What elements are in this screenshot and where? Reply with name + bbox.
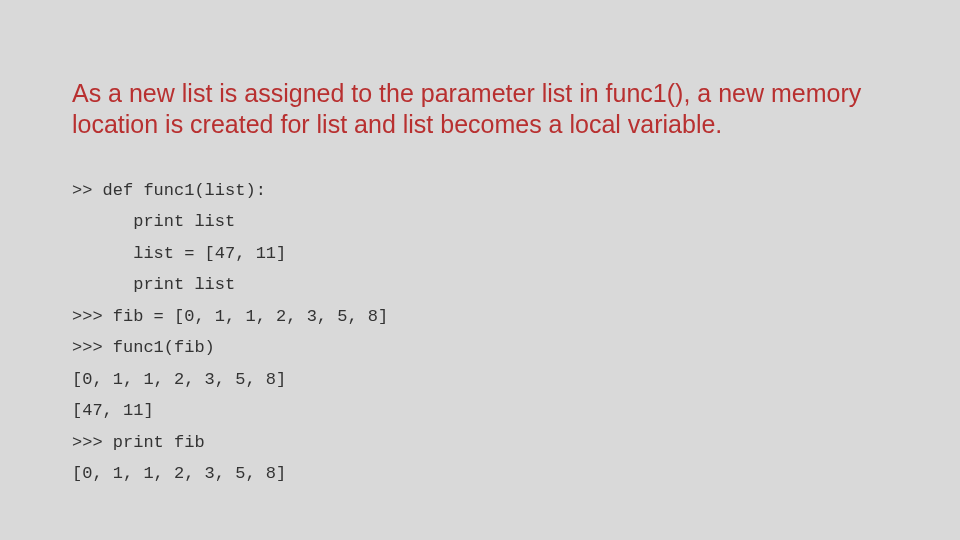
code-line: [0, 1, 1, 2, 3, 5, 8] [72,364,388,395]
code-line: print list [72,206,388,237]
code-line: >>> print fib [72,427,388,458]
code-line: list = [47, 11] [72,238,388,269]
code-line: >>> fib = [0, 1, 1, 2, 3, 5, 8] [72,301,388,332]
code-block: >> def func1(list): print list list = [4… [72,175,388,489]
code-line: >>> func1(fib) [72,332,388,363]
code-line: >> def func1(list): [72,175,388,206]
code-line: [0, 1, 1, 2, 3, 5, 8] [72,458,388,489]
slide-heading: As a new list is assigned to the paramet… [72,78,892,141]
code-line: print list [72,269,388,300]
slide: As a new list is assigned to the paramet… [0,0,960,540]
code-line: [47, 11] [72,395,388,426]
